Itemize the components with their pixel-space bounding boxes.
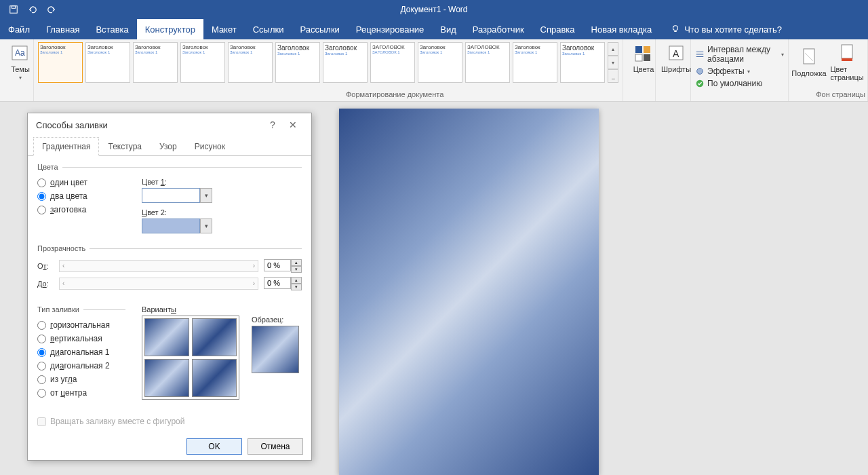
style-thumb[interactable]: ЗаголовокЗаголовок 1	[228, 42, 273, 83]
radio-corner[interactable]: из угла	[37, 375, 125, 384]
style-thumb[interactable]: ЗаголовокЗаголовок 1	[323, 42, 368, 83]
checkmark-icon	[695, 79, 705, 88]
redo-icon[interactable]	[43, 2, 60, 17]
document-page[interactable]	[339, 109, 599, 475]
sample-preview	[252, 326, 299, 373]
effects-button[interactable]: Эффекты ▾	[695, 66, 784, 76]
tab-mailings[interactable]: Рассылки	[292, 19, 347, 39]
scroll-more-icon[interactable]: ⎯	[608, 69, 618, 83]
ribbon-group-label: Форматирование документа	[346, 90, 443, 98]
radio-vertical[interactable]: вертикальная	[37, 334, 125, 343]
spin-down-icon[interactable]: ▾	[291, 284, 302, 290]
color1-picker[interactable]: ▾	[142, 188, 302, 203]
radio-diagonal2[interactable]: диагональная 2	[37, 361, 125, 370]
fonts-icon: A	[665, 42, 687, 64]
tab-picture[interactable]: Рисунок	[186, 137, 234, 156]
tab-references[interactable]: Ссылки	[245, 19, 292, 39]
tab-design[interactable]: Конструктор	[137, 19, 203, 39]
themes-icon: Aa	[9, 42, 31, 64]
svg-rect-6	[635, 46, 642, 53]
style-thumb[interactable]: ЗАГОЛОВОКЗАГОЛОВОК 1	[370, 42, 415, 83]
tab-file[interactable]: Файл	[0, 19, 38, 39]
to-label: До:	[37, 280, 54, 288]
radio-diagonal1[interactable]: диагональная 1	[37, 347, 125, 357]
style-thumb[interactable]: ЗаголовокЗаголовок 1	[180, 42, 225, 83]
fill-type-group: Тип заливки горизонтальная вертикальная …	[37, 305, 125, 406]
from-slider[interactable]: ‹›	[59, 260, 258, 272]
sample-label: Образец:	[252, 316, 299, 324]
style-thumb[interactable]: ЗаголовокЗаголовок 1	[38, 42, 83, 83]
color2-picker[interactable]: ▾	[142, 218, 302, 233]
style-thumb[interactable]: ЗаголовокЗаголовок 1	[133, 42, 178, 83]
radio-one-color[interactable]: оодин цветдин цвет	[37, 178, 125, 187]
ok-button[interactable]: OK	[186, 438, 242, 455]
scroll-down-icon[interactable]: ▾	[608, 56, 618, 69]
radio-preset[interactable]: заготовка	[37, 205, 125, 214]
color1-label: Цвет 1:	[142, 178, 302, 186]
tab-developer[interactable]: Разработчик	[465, 19, 532, 39]
style-thumb[interactable]: ЗаголовокЗаголовок 1	[85, 42, 130, 83]
watermark-button[interactable]: Подложка	[793, 42, 825, 81]
ribbon-tabs: Файл Главная Вставка Конструктор Макет С…	[0, 19, 868, 39]
paragraph-spacing-button[interactable]: Интервал между абзацами ▾	[695, 45, 784, 64]
spin-up-icon[interactable]: ▴	[291, 277, 302, 284]
fonts-button[interactable]: A Шрифты	[660, 42, 692, 73]
scroll-up-icon[interactable]: ▴	[608, 42, 618, 56]
from-spinner[interactable]: ▴▾	[264, 259, 302, 273]
style-thumb[interactable]: ЗаголовокЗаголовок 1	[275, 42, 320, 83]
help-icon[interactable]: ?	[262, 115, 283, 134]
chevron-down-icon[interactable]: ▾	[200, 188, 212, 203]
variant-2[interactable]	[192, 318, 237, 356]
close-icon[interactable]: ✕	[283, 115, 303, 134]
cancel-button[interactable]: Отмена	[248, 438, 303, 455]
tab-help[interactable]: Справка	[532, 19, 583, 39]
title-bar: Документ1 - Word	[0, 0, 868, 19]
radio-two-colors[interactable]: два цвета	[37, 191, 125, 201]
gallery-scroll: ▴ ▾ ⎯	[608, 42, 618, 83]
svg-point-15	[697, 69, 703, 75]
tell-me-search[interactable]: Что вы хотите сделать?	[671, 19, 782, 39]
svg-rect-8	[635, 54, 642, 61]
chevron-down-icon[interactable]: ▾	[200, 218, 212, 233]
set-default-button[interactable]: По умолчанию	[695, 79, 784, 88]
page-color-icon	[836, 42, 858, 64]
effects-icon	[695, 66, 705, 76]
save-icon[interactable]	[5, 2, 22, 17]
color2-label: Цвет 2:	[142, 208, 302, 216]
to-slider[interactable]: ‹›	[59, 278, 258, 290]
tab-home[interactable]: Главная	[38, 19, 87, 39]
tab-texture[interactable]: Текстура	[99, 137, 151, 156]
undo-icon[interactable]	[24, 2, 41, 17]
style-thumb[interactable]: ЗаголовокЗаголовок 1	[418, 42, 462, 83]
quick-access-toolbar	[0, 2, 60, 17]
themes-button[interactable]: Aa Темы ▾	[4, 42, 37, 81]
tab-pattern[interactable]: Узор	[151, 137, 186, 156]
colors-button[interactable]: Цвета	[627, 42, 660, 73]
tab-insert[interactable]: Вставка	[87, 19, 136, 39]
style-thumb[interactable]: ЗАГОЛОВОКЗаголовок 1	[465, 42, 510, 83]
style-gallery: ЗаголовокЗаголовок 1 ЗаголовокЗаголовок …	[38, 42, 618, 83]
variant-4[interactable]	[192, 359, 237, 397]
colors-icon	[633, 42, 654, 64]
radio-center[interactable]: от центра	[37, 388, 125, 398]
dialog-title: Способы заливки	[36, 120, 108, 130]
svg-rect-1	[12, 6, 15, 9]
tab-review[interactable]: Рецензирование	[348, 19, 432, 39]
variant-1[interactable]	[144, 318, 189, 356]
radio-horizontal[interactable]: горизонтальная	[37, 320, 125, 330]
tab-new[interactable]: Новая вкладка	[583, 19, 660, 39]
to-spinner[interactable]: ▴▾	[264, 277, 302, 290]
style-thumb[interactable]: ЗаголовокЗаголовок 1	[513, 42, 557, 83]
tab-gradient[interactable]: Градиентная	[33, 137, 99, 156]
color2-swatch	[142, 218, 200, 233]
page-color-button[interactable]: Цвет страницы	[831, 42, 863, 81]
style-thumb[interactable]: ЗаголовокЗаголовок 1	[560, 42, 605, 83]
tell-me-placeholder: Что вы хотите сделать?	[684, 24, 782, 35]
tab-view[interactable]: Вид	[432, 19, 465, 39]
tab-layout[interactable]: Макет	[203, 19, 245, 39]
spin-up-icon[interactable]: ▴	[291, 259, 302, 266]
spin-down-icon[interactable]: ▾	[291, 266, 302, 273]
variant-3[interactable]	[144, 359, 189, 397]
dialog-footer: OK Отмена	[28, 433, 311, 460]
dialog-tabs: Градиентная Текстура Узор Рисунок	[28, 136, 311, 156]
